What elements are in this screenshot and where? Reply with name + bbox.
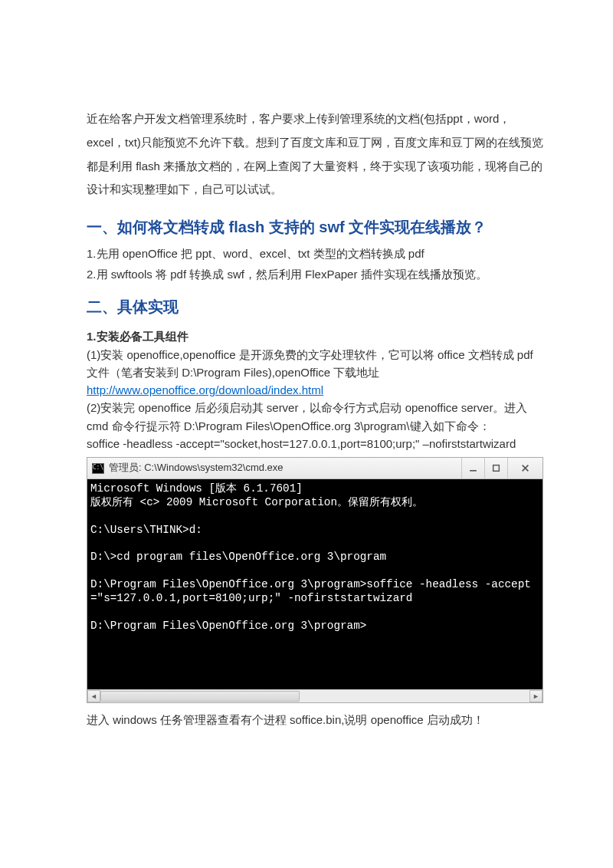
openoffice-download-link[interactable]: http://www.openoffice.org/download/index… bbox=[87, 383, 323, 396]
section-1-heading: 一、如何将文档转成 flash 支持的 swf 文件实现在线播放？ bbox=[87, 215, 544, 238]
step-1: 1.先用 openOffice 把 ppt、word、excel、txt 类型的… bbox=[87, 245, 544, 262]
scroll-track[interactable] bbox=[100, 690, 529, 702]
scroll-thumb[interactable] bbox=[100, 691, 300, 702]
maximize-button[interactable] bbox=[484, 458, 507, 478]
cmd-scrollbar-horizontal[interactable]: ◄ ► bbox=[87, 689, 543, 702]
intro-paragraph: 近在给客户开发文档管理系统时，客户要求上传到管理系统的文档(包括ppt，word… bbox=[87, 107, 544, 202]
close-button[interactable] bbox=[507, 458, 543, 478]
cmd-body: Microsoft Windows [版本 6.1.7601] 版权所有 <c>… bbox=[87, 479, 543, 689]
svg-rect-1 bbox=[493, 465, 500, 472]
scroll-right-icon[interactable]: ► bbox=[529, 690, 543, 702]
paragraph-start-server: (2)安装完 openoffice 后必须启动其 server，以命令行方式启动… bbox=[87, 399, 544, 435]
cmd-window: C:\ 管理员: C:\Windows\system32\cmd.exe Mic… bbox=[87, 457, 543, 703]
paragraph-verify-process: 进入 windows 任务管理器查看有个进程 soffice.bin,说明 op… bbox=[87, 711, 544, 729]
document-page: 近在给客户开发文档管理系统时，客户要求上传到管理系统的文档(包括ppt，word… bbox=[0, 0, 613, 775]
cmd-titlebar: C:\ 管理员: C:\Windows\system32\cmd.exe bbox=[87, 458, 543, 479]
minimize-button[interactable] bbox=[461, 458, 484, 478]
step-2: 2.用 swftools 将 pdf 转换成 swf，然后利用 FlexPape… bbox=[87, 265, 544, 283]
window-buttons bbox=[461, 458, 543, 478]
scroll-left-icon[interactable]: ◄ bbox=[87, 690, 100, 702]
cmd-title: 管理员: C:\Windows\system32\cmd.exe bbox=[109, 458, 461, 478]
cmd-icon: C:\ bbox=[92, 463, 104, 474]
command-text: soffice -headless -accept="socket,host=1… bbox=[87, 435, 544, 452]
section-2-heading: 二、具体实现 bbox=[87, 291, 544, 323]
sub-heading-1: 1.安装必备工具组件 bbox=[87, 327, 544, 346]
paragraph-install-openoffice: (1)安装 openoffice,openoffice 是开源免费的文字处理软件… bbox=[87, 346, 544, 382]
